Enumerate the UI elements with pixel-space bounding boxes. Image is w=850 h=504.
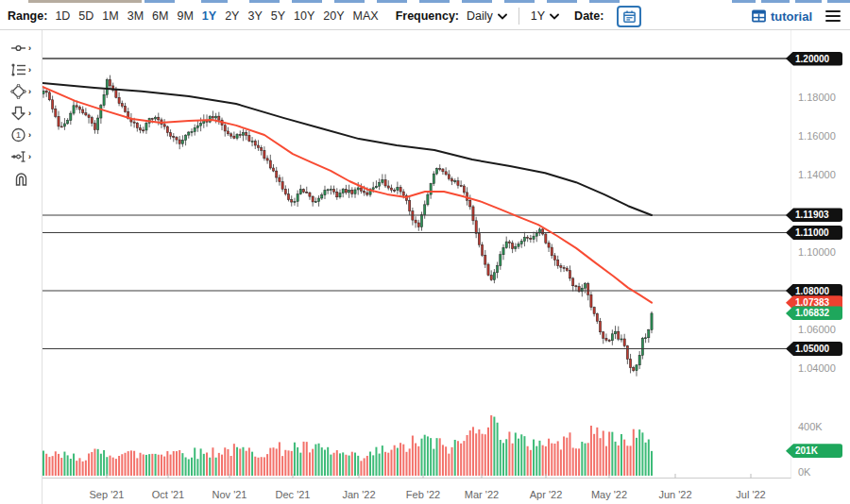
range-selector: 1D5D1M3M6M9M1Y2Y3Y5Y10Y20YMAX [55,9,378,23]
sidebar-item-fibonacci[interactable]: › [10,62,31,77]
measure-tool-icon [10,149,26,164]
range-option-2y[interactable]: 2Y [225,9,239,23]
range-option-1d[interactable]: 1D [55,9,70,23]
range-option-5d[interactable]: 5D [78,9,94,23]
price-axis-label: 1.18000 [798,92,836,103]
svg-text:1: 1 [16,130,21,140]
period-value: 1Y [531,9,545,23]
x-axis-label: Jul '22 [728,489,774,500]
toolbar-divider [518,8,519,25]
price-axis-label: 1.14000 [798,169,836,180]
price-axis[interactable]: 1.180001.160001.140001.100001.060001.040… [791,30,850,504]
x-axis-label: Nov '21 [207,489,252,500]
range-option-3y[interactable]: 3Y [247,9,262,23]
x-axis-label: Jun '22 [653,489,698,500]
range-option-1m[interactable]: 1M [102,9,118,23]
chevron-down-icon [550,13,559,20]
range-option-6m[interactable]: 6M [152,9,168,23]
price-badge-level: 1.20000 [786,52,842,66]
grid-table-icon [752,9,766,23]
period-dropdown[interactable]: 1Y [531,9,559,23]
price-badge-level: 1.11000 [786,226,842,240]
range-option-5y[interactable]: 5Y [271,9,285,23]
magnet-mode-icon [13,171,29,186]
volume-badge: 201K [786,444,842,458]
price-badge-ma_long: 1.11903 [786,208,842,222]
frequency-dropdown[interactable]: Daily [467,9,507,23]
range-option-max[interactable]: MAX [353,9,379,23]
price-axis-label: 1.04000 [798,362,836,374]
sidebar-item-trendline[interactable]: › [10,41,31,56]
x-axis-label: Sep '21 [84,489,129,500]
sidebar-item-magnet[interactable] [13,171,29,186]
menu-hamburger-icon[interactable] [825,10,841,23]
range-option-1y[interactable]: 1Y [202,9,216,23]
x-axis-label: Dec '21 [270,489,315,500]
frequency-value: Daily [467,9,493,23]
x-axis-label: Oct '21 [145,489,191,500]
date-picker-button[interactable] [617,6,641,27]
x-axis-label: Jan '22 [336,489,382,500]
range-option-10y[interactable]: 10Y [294,9,314,23]
chevron-down-icon [498,13,507,20]
frequency-label: Frequency: [396,9,459,23]
submenu-chevron-icon: › [28,88,31,96]
calendar-icon [622,9,637,24]
sidebar-item-shapes[interactable]: › [10,84,31,99]
sidebar-item-measure[interactable]: › [10,149,31,164]
sidebar-item-arrow[interactable]: › [10,106,31,121]
range-option-9m[interactable]: 9M [177,9,193,23]
range-option-20y[interactable]: 20Y [323,9,344,23]
fibonacci-lines-icon [10,62,26,77]
submenu-chevron-icon: › [28,66,31,75]
price-axis-label: 0K [798,466,810,478]
trendline-icon [10,41,26,56]
price-axis-label: 1.16000 [798,130,836,142]
chart-area: Sep '21Oct '21Nov '21Dec '21Jan '22Feb '… [42,30,791,504]
price-badge-last_price: 1.06832 [786,306,842,320]
shapes-diamond-icon [10,84,26,99]
price-axis-label: 400K [798,421,823,432]
sidebar-item-number[interactable]: 1 › [10,127,31,143]
price-badge-level: 1.05000 [786,342,842,356]
submenu-chevron-icon: › [28,131,31,140]
x-axis-label: Feb '22 [400,489,446,500]
price-axis-label: 1.06000 [798,324,836,335]
submenu-chevron-icon: › [28,109,31,118]
number-annotation-icon: 1 [10,127,26,143]
x-axis-label: Apr '22 [523,489,569,500]
chart-toolbar: Range: 1D5D1M3M6M9M1Y2Y3Y5Y10Y20YMAX Fre… [0,3,850,30]
submenu-chevron-icon: › [28,44,31,53]
x-axis-label: Mar '22 [459,489,504,500]
drawing-tools-sidebar: › › › › 1 › › [0,30,42,504]
range-option-3m[interactable]: 3M [128,9,144,23]
x-axis-label: May '22 [586,489,632,500]
brand-name: tutorial [771,9,812,24]
range-label: Range: [8,9,47,23]
price-axis-label: 1.10000 [798,246,836,258]
submenu-chevron-icon: › [28,153,31,161]
brand-tutorial[interactable]: tutorial [752,9,812,24]
price-chart-canvas[interactable] [42,30,791,481]
x-axis: Sep '21Oct '21Nov '21Dec '21Jan '22Feb '… [42,481,791,504]
arrow-annotation-icon [10,106,26,121]
date-label: Date: [574,9,604,23]
